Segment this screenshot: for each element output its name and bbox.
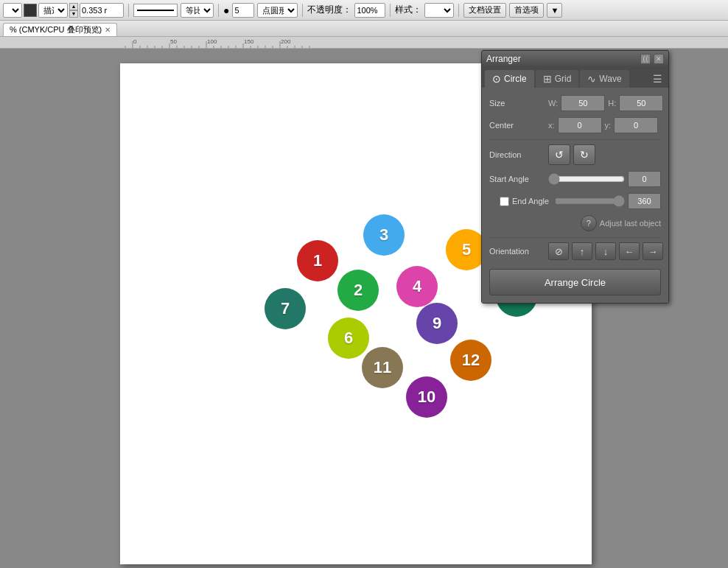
direction-buttons: ↺ ↻ <box>548 144 595 165</box>
center-row: Center x: y: <box>489 117 661 133</box>
shape-select[interactable]: 点圆形 <box>257 3 298 18</box>
center-x-label: x: <box>548 121 555 130</box>
tab-close-btn[interactable]: ✕ <box>105 26 111 34</box>
circle-tab-label: Circle <box>504 74 527 84</box>
divider-3 <box>302 4 303 17</box>
center-y-input[interactable] <box>614 117 658 133</box>
stroke-up-btn[interactable]: ▲ <box>69 3 78 10</box>
circle-6[interactable]: 6 <box>328 318 369 359</box>
orient-right-btn[interactable]: → <box>643 242 663 260</box>
size-w-label: W: <box>548 99 558 108</box>
center-x-input[interactable] <box>558 117 602 133</box>
stroke-spinner[interactable]: ▲ ▼ <box>69 3 78 18</box>
circle-7[interactable]: 7 <box>265 288 306 329</box>
ratio-select[interactable]: 等比 <box>181 3 214 18</box>
arranger-body: Size W: H: Center x: y: <box>482 88 668 303</box>
direction-ccw-btn[interactable]: ↺ <box>548 144 570 165</box>
wave-tab-label: Wave <box>599 74 621 84</box>
preferences-btn[interactable]: 首选项 <box>509 3 544 18</box>
line-preview <box>133 4 178 17</box>
adjust-last-label: Adjust last object <box>600 219 661 228</box>
circle-12[interactable]: 12 <box>450 340 491 381</box>
size-h-label: H: <box>608 99 616 108</box>
center-label: Center <box>489 121 548 130</box>
svg-text:100: 100 <box>207 38 217 45</box>
svg-text:0: 0 <box>133 38 137 45</box>
tab-wave[interactable]: ∿ Wave <box>580 70 629 88</box>
size-label: Size <box>489 99 548 108</box>
orient-left-btn[interactable]: ← <box>619 242 640 260</box>
opacity-input[interactable] <box>354 3 385 18</box>
main-tab[interactable]: % (CMYK/CPU 叠印预览) ✕ <box>3 23 117 36</box>
arranger-titlebar[interactable]: Arranger ⟨⟨ ✕ <box>482 51 668 67</box>
start-angle-row: Start Angle <box>489 171 661 187</box>
orientation-row: Orientation ⊘ ↑ ↓ ← → <box>489 242 661 260</box>
start-angle-slider[interactable] <box>548 174 625 184</box>
svg-text:50: 50 <box>170 38 177 45</box>
orient-down-btn[interactable]: ↓ <box>595 242 616 260</box>
horizontal-ruler: 050100150200 <box>0 37 728 49</box>
toolbar-left-group: 描边 ▲ ▼ <box>3 3 124 18</box>
style-select[interactable] <box>424 3 454 18</box>
ruler-svg: 050100150200 <box>0 37 728 49</box>
dot-label: ● <box>223 4 229 16</box>
arranger-panel: Arranger ⟨⟨ ✕ ⊙ Circle ⊞ Grid ∿ Wave <box>481 50 669 304</box>
style-label: 样式： <box>395 4 421 16</box>
circle-tab-icon: ⊙ <box>492 73 501 85</box>
circle-10[interactable]: 10 <box>406 376 447 418</box>
end-angle-input[interactable] <box>628 193 661 209</box>
orient-none-btn[interactable]: ⊘ <box>548 242 569 260</box>
direction-cw-btn[interactable]: ↻ <box>573 144 595 165</box>
wave-tab-icon: ∿ <box>587 73 596 85</box>
circle-3[interactable]: 3 <box>363 214 405 256</box>
direction-row: Direction ↺ ↻ <box>489 144 661 165</box>
start-angle-input[interactable] <box>628 171 661 187</box>
direction-label: Direction <box>489 150 548 159</box>
help-btn[interactable]: ? <box>581 215 597 231</box>
orientation-buttons: ⊘ ↑ ↓ ← → <box>548 242 663 260</box>
panel-close-btn[interactable]: ✕ <box>654 54 664 64</box>
end-angle-row: End Angle <box>489 193 661 209</box>
divider-2 <box>218 4 219 17</box>
circle-1[interactable]: 1 <box>297 240 338 281</box>
grid-tab-label: Grid <box>555 74 572 84</box>
svg-rect-0 <box>0 37 728 49</box>
end-angle-slider[interactable] <box>555 196 625 206</box>
circle-11[interactable]: 11 <box>362 347 403 388</box>
svg-text:200: 200 <box>281 38 291 45</box>
tabbar: % (CMYK/CPU 叠印预览) ✕ <box>0 21 728 37</box>
arranger-tabs: ⊙ Circle ⊞ Grid ∿ Wave ☰ <box>482 67 668 88</box>
tab-circle[interactable]: ⊙ Circle <box>485 70 534 88</box>
stroke-down-btn[interactable]: ▼ <box>69 10 78 18</box>
help-row: ? Adjust last object <box>489 215 661 231</box>
stroke-value-input[interactable] <box>80 3 124 18</box>
circle-2[interactable]: 2 <box>337 270 379 311</box>
end-angle-label: End Angle <box>512 197 549 206</box>
divider-1 <box>128 4 129 17</box>
end-angle-checkbox[interactable] <box>500 197 509 206</box>
start-angle-label: Start Angle <box>489 175 548 183</box>
arrange-circle-button[interactable]: Arrange Circle <box>489 269 661 295</box>
divider-5 <box>458 4 459 17</box>
size-fields: W: H: <box>548 95 663 111</box>
panel-collapse-btn[interactable]: ⟨⟨ <box>640 54 651 64</box>
size-h-input[interactable] <box>619 95 663 111</box>
color-box[interactable] <box>24 4 37 17</box>
tab-label: % (CMYK/CPU 叠印预览) <box>10 24 102 35</box>
circle-4[interactable]: 4 <box>396 266 438 307</box>
dot-size-input[interactable] <box>232 3 254 18</box>
orient-up-btn[interactable]: ↑ <box>572 242 592 260</box>
tool-select[interactable] <box>3 3 22 18</box>
arranger-menu-icon[interactable]: ☰ <box>650 70 665 88</box>
stroke-select[interactable]: 描边 <box>38 3 68 18</box>
grid-tab-icon: ⊞ <box>543 73 552 85</box>
doc-settings-btn[interactable]: 文档设置 <box>463 3 506 18</box>
extra-btn[interactable]: ▼ <box>547 3 562 18</box>
tab-grid[interactable]: ⊞ Grid <box>536 70 579 88</box>
main-area: 123456789101112 Arranger ⟨⟨ ✕ ⊙ Circle ⊞… <box>0 49 728 568</box>
size-w-input[interactable] <box>561 95 605 111</box>
size-row: Size W: H: <box>489 95 661 111</box>
circle-9[interactable]: 9 <box>416 303 458 344</box>
divider-2 <box>489 237 661 238</box>
canvas-area[interactable]: 123456789101112 Arranger ⟨⟨ ✕ ⊙ Circle ⊞… <box>0 49 728 568</box>
